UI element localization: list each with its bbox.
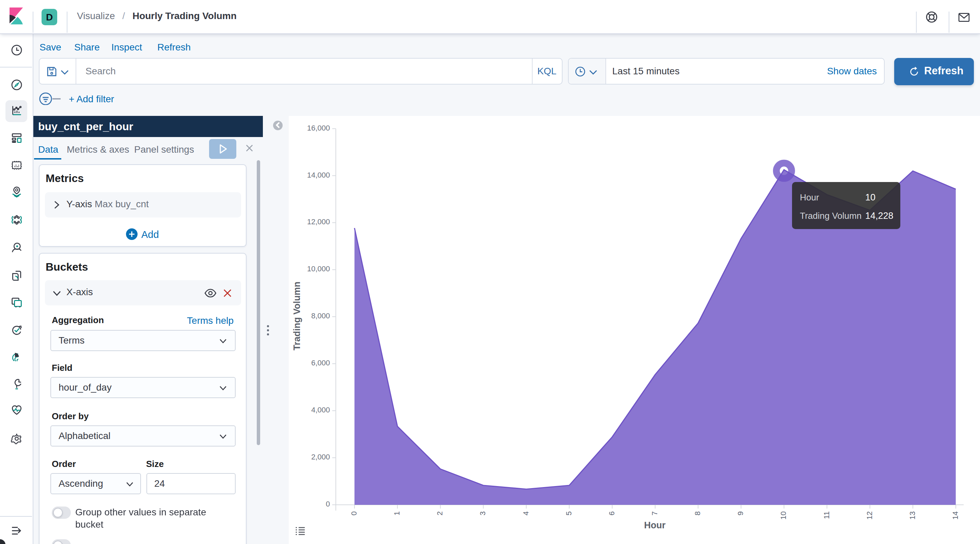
svg-text:2: 2 xyxy=(435,511,444,515)
svg-text:9: 9 xyxy=(736,511,745,515)
svg-text:1: 1 xyxy=(392,511,401,515)
svg-text:12,000: 12,000 xyxy=(307,217,329,226)
svg-text:0: 0 xyxy=(349,511,358,515)
svg-text:7: 7 xyxy=(650,511,659,515)
svg-text:6: 6 xyxy=(607,511,616,515)
svg-text:11: 11 xyxy=(822,511,830,519)
svg-text:10: 10 xyxy=(779,511,787,519)
svg-text:16,000: 16,000 xyxy=(307,123,329,132)
svg-text:12: 12 xyxy=(865,511,873,519)
svg-text:10,000: 10,000 xyxy=(307,264,329,273)
svg-text:6,000: 6,000 xyxy=(311,358,329,367)
svg-text:5: 5 xyxy=(564,511,573,515)
svg-text:14,000: 14,000 xyxy=(307,171,329,179)
svg-text:4,000: 4,000 xyxy=(311,405,329,414)
svg-text:4: 4 xyxy=(521,511,530,515)
svg-text:8: 8 xyxy=(693,511,702,515)
svg-text:0: 0 xyxy=(326,499,329,508)
svg-text:3: 3 xyxy=(478,511,487,515)
svg-text:8,000: 8,000 xyxy=(311,311,329,320)
svg-text:13: 13 xyxy=(908,511,916,519)
svg-text:14: 14 xyxy=(951,511,959,519)
svg-text:2,000: 2,000 xyxy=(311,452,329,461)
